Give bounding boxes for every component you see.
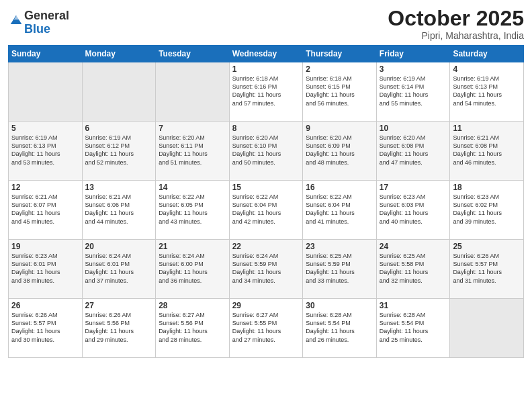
calendar-cell: 7Sunrise: 6:20 AM Sunset: 6:11 PM Daylig… bbox=[156, 122, 230, 181]
cell-info: Sunrise: 6:21 AM Sunset: 6:06 PM Dayligh… bbox=[85, 193, 153, 226]
calendar-cell: 13Sunrise: 6:21 AM Sunset: 6:06 PM Dayli… bbox=[82, 181, 156, 240]
day-number: 9 bbox=[306, 124, 373, 133]
day-header-saturday: Saturday bbox=[450, 46, 524, 62]
cell-info: Sunrise: 6:20 AM Sunset: 6:11 PM Dayligh… bbox=[159, 134, 226, 167]
calendar-cell: 19Sunrise: 6:23 AM Sunset: 6:01 PM Dayli… bbox=[9, 240, 83, 299]
calendar-week-3: 12Sunrise: 6:21 AM Sunset: 6:07 PM Dayli… bbox=[9, 181, 524, 240]
day-number: 6 bbox=[85, 124, 153, 133]
cell-info: Sunrise: 6:22 AM Sunset: 6:04 PM Dayligh… bbox=[232, 193, 300, 226]
day-number: 4 bbox=[453, 64, 521, 74]
calendar-cell: 27Sunrise: 6:26 AM Sunset: 5:56 PM Dayli… bbox=[82, 299, 156, 358]
calendar-cell bbox=[82, 62, 156, 122]
day-number: 2 bbox=[306, 64, 373, 74]
calendar-cell: 24Sunrise: 6:25 AM Sunset: 5:58 PM Dayli… bbox=[376, 240, 450, 299]
calendar-cell: 31Sunrise: 6:28 AM Sunset: 5:54 PM Dayli… bbox=[376, 299, 450, 358]
calendar-cell: 9Sunrise: 6:20 AM Sunset: 6:09 PM Daylig… bbox=[303, 122, 377, 181]
day-number: 30 bbox=[306, 301, 373, 310]
calendar-table: SundayMondayTuesdayWednesdayThursdayFrid… bbox=[8, 45, 524, 358]
calendar-cell bbox=[156, 62, 230, 122]
calendar-cell: 12Sunrise: 6:21 AM Sunset: 6:07 PM Dayli… bbox=[9, 181, 83, 240]
day-number: 29 bbox=[232, 301, 300, 310]
calendar-cell: 26Sunrise: 6:26 AM Sunset: 5:57 PM Dayli… bbox=[9, 299, 83, 358]
calendar-cell: 18Sunrise: 6:23 AM Sunset: 6:02 PM Dayli… bbox=[450, 181, 524, 240]
logo: General Blue bbox=[8, 9, 69, 36]
cell-info: Sunrise: 6:22 AM Sunset: 6:05 PM Dayligh… bbox=[159, 193, 226, 226]
cell-info: Sunrise: 6:26 AM Sunset: 5:57 PM Dayligh… bbox=[11, 311, 79, 344]
page-container: General Blue October 2025 Pipri, Maharas… bbox=[0, 0, 532, 411]
cell-info: Sunrise: 6:20 AM Sunset: 6:10 PM Dayligh… bbox=[232, 134, 300, 167]
day-number: 24 bbox=[380, 242, 447, 251]
calendar-week-4: 19Sunrise: 6:23 AM Sunset: 6:01 PM Dayli… bbox=[9, 240, 524, 299]
day-header-friday: Friday bbox=[376, 46, 450, 62]
calendar-cell: 23Sunrise: 6:25 AM Sunset: 5:59 PM Dayli… bbox=[303, 240, 377, 299]
calendar-cell: 22Sunrise: 6:24 AM Sunset: 5:59 PM Dayli… bbox=[229, 240, 303, 299]
header: General Blue October 2025 Pipri, Maharas… bbox=[8, 7, 524, 41]
cell-info: Sunrise: 6:19 AM Sunset: 6:13 PM Dayligh… bbox=[453, 75, 521, 107]
day-number: 26 bbox=[11, 301, 79, 310]
day-header-wednesday: Wednesday bbox=[229, 46, 303, 62]
calendar-cell: 29Sunrise: 6:27 AM Sunset: 5:55 PM Dayli… bbox=[229, 299, 303, 358]
calendar-cell: 21Sunrise: 6:24 AM Sunset: 6:00 PM Dayli… bbox=[156, 240, 230, 299]
calendar-cell: 14Sunrise: 6:22 AM Sunset: 6:05 PM Dayli… bbox=[156, 181, 230, 240]
cell-info: Sunrise: 6:18 AM Sunset: 6:16 PM Dayligh… bbox=[232, 75, 300, 107]
cell-info: Sunrise: 6:20 AM Sunset: 6:09 PM Dayligh… bbox=[306, 134, 373, 167]
cell-info: Sunrise: 6:28 AM Sunset: 5:54 PM Dayligh… bbox=[306, 311, 373, 344]
day-number: 25 bbox=[453, 242, 521, 251]
day-number: 18 bbox=[453, 183, 521, 192]
calendar-cell: 16Sunrise: 6:22 AM Sunset: 6:04 PM Dayli… bbox=[303, 181, 377, 240]
day-number: 21 bbox=[159, 242, 226, 251]
day-number: 10 bbox=[380, 124, 447, 133]
day-number: 15 bbox=[232, 183, 300, 192]
calendar-cell: 4Sunrise: 6:19 AM Sunset: 6:13 PM Daylig… bbox=[450, 62, 524, 122]
cell-info: Sunrise: 6:23 AM Sunset: 6:02 PM Dayligh… bbox=[453, 193, 521, 226]
logo-blue: Blue bbox=[24, 22, 50, 36]
day-number: 22 bbox=[232, 242, 300, 251]
day-number: 12 bbox=[11, 183, 79, 192]
day-number: 14 bbox=[159, 183, 226, 192]
day-number: 13 bbox=[85, 183, 153, 192]
day-number: 17 bbox=[380, 183, 447, 192]
cell-info: Sunrise: 6:19 AM Sunset: 6:13 PM Dayligh… bbox=[11, 134, 79, 167]
calendar-cell: 20Sunrise: 6:24 AM Sunset: 6:01 PM Dayli… bbox=[82, 240, 156, 299]
day-number: 23 bbox=[306, 242, 373, 251]
cell-info: Sunrise: 6:24 AM Sunset: 6:01 PM Dayligh… bbox=[85, 252, 153, 285]
calendar-week-5: 26Sunrise: 6:26 AM Sunset: 5:57 PM Dayli… bbox=[9, 299, 524, 358]
day-number: 20 bbox=[85, 242, 153, 251]
day-header-sunday: Sunday bbox=[9, 46, 83, 62]
calendar-cell: 17Sunrise: 6:23 AM Sunset: 6:03 PM Dayli… bbox=[376, 181, 450, 240]
calendar-cell bbox=[9, 62, 83, 122]
day-number: 31 bbox=[380, 301, 447, 310]
calendar-cell: 8Sunrise: 6:20 AM Sunset: 6:10 PM Daylig… bbox=[229, 122, 303, 181]
cell-info: Sunrise: 6:21 AM Sunset: 6:07 PM Dayligh… bbox=[11, 193, 79, 226]
day-header-tuesday: Tuesday bbox=[156, 46, 230, 62]
day-number: 3 bbox=[380, 64, 447, 74]
calendar-cell: 10Sunrise: 6:20 AM Sunset: 6:08 PM Dayli… bbox=[376, 122, 450, 181]
calendar-cell bbox=[450, 299, 524, 358]
day-number: 8 bbox=[232, 124, 300, 133]
title-block: October 2025 Pipri, Maharashtra, India bbox=[388, 7, 524, 41]
cell-info: Sunrise: 6:26 AM Sunset: 5:57 PM Dayligh… bbox=[453, 252, 521, 285]
day-header-thursday: Thursday bbox=[303, 46, 377, 62]
calendar-cell: 25Sunrise: 6:26 AM Sunset: 5:57 PM Dayli… bbox=[450, 240, 524, 299]
cell-info: Sunrise: 6:25 AM Sunset: 5:59 PM Dayligh… bbox=[306, 252, 373, 285]
day-number: 11 bbox=[453, 124, 521, 133]
cell-info: Sunrise: 6:24 AM Sunset: 5:59 PM Dayligh… bbox=[232, 252, 300, 285]
cell-info: Sunrise: 6:27 AM Sunset: 5:55 PM Dayligh… bbox=[232, 311, 300, 344]
calendar-cell: 11Sunrise: 6:21 AM Sunset: 6:08 PM Dayli… bbox=[450, 122, 524, 181]
day-number: 27 bbox=[85, 301, 153, 310]
cell-info: Sunrise: 6:25 AM Sunset: 5:58 PM Dayligh… bbox=[380, 252, 447, 285]
calendar-header-row: SundayMondayTuesdayWednesdayThursdayFrid… bbox=[9, 46, 524, 62]
calendar-cell: 28Sunrise: 6:27 AM Sunset: 5:56 PM Dayli… bbox=[156, 299, 230, 358]
day-number: 5 bbox=[11, 124, 79, 133]
cell-info: Sunrise: 6:24 AM Sunset: 6:00 PM Dayligh… bbox=[159, 252, 226, 285]
cell-info: Sunrise: 6:19 AM Sunset: 6:14 PM Dayligh… bbox=[380, 75, 447, 107]
cell-info: Sunrise: 6:23 AM Sunset: 6:01 PM Dayligh… bbox=[11, 252, 79, 285]
month-title: October 2025 bbox=[388, 7, 524, 30]
day-number: 7 bbox=[159, 124, 226, 133]
calendar-cell: 6Sunrise: 6:19 AM Sunset: 6:12 PM Daylig… bbox=[82, 122, 156, 181]
day-number: 19 bbox=[11, 242, 79, 251]
day-number: 1 bbox=[232, 64, 300, 74]
logo-general: General bbox=[24, 9, 69, 22]
calendar-cell: 30Sunrise: 6:28 AM Sunset: 5:54 PM Dayli… bbox=[303, 299, 377, 358]
cell-info: Sunrise: 6:18 AM Sunset: 6:15 PM Dayligh… bbox=[306, 75, 373, 107]
